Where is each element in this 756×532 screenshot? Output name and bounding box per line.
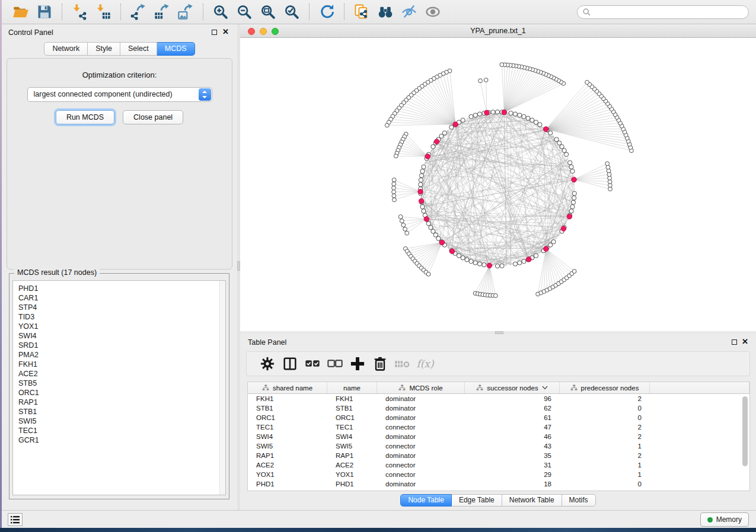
horizontal-splitter-handle[interactable] <box>495 331 503 334</box>
column-header-MCDS-role[interactable]: MCDS role <box>377 382 465 393</box>
settings-gear-icon[interactable] <box>259 356 276 371</box>
column-layout-icon[interactable] <box>281 356 299 371</box>
table-row[interactable]: PHD1PHD1dominator180 <box>248 479 749 489</box>
list-item[interactable]: STB5 <box>18 379 225 388</box>
vertical-splitter-handle[interactable] <box>237 261 240 271</box>
list-item[interactable]: YOX1 <box>18 322 225 331</box>
export-table-icon[interactable] <box>153 3 171 21</box>
list-item[interactable]: GCR1 <box>18 435 225 445</box>
mcds-panel: Optimization criterion: largest connecte… <box>7 58 232 270</box>
optimization-criterion-label: Optimization criterion: <box>7 70 232 79</box>
tab-style[interactable]: Style <box>88 42 120 56</box>
table-panel-titlebar: Table Panel ✕ <box>240 334 756 350</box>
hide-selected-icon[interactable] <box>400 3 418 21</box>
list-item[interactable]: TID3 <box>18 312 225 322</box>
table-scrollbar-thumb[interactable] <box>742 396 748 466</box>
list-item[interactable]: SWI4 <box>18 331 225 341</box>
table-row[interactable]: STB1STB1dominator620 <box>248 403 749 413</box>
close-panel-button[interactable]: Close panel <box>123 110 183 124</box>
table-row[interactable]: RAP1RAP1dominator352 <box>248 451 749 460</box>
table-row[interactable]: ORC1ORC1dominator610 <box>248 413 749 422</box>
zoom-selected-icon[interactable] <box>283 3 301 21</box>
cell-predecessor_nodes: 1 <box>560 441 650 451</box>
open-icon[interactable] <box>12 3 30 21</box>
cell-name: RAP1 <box>327 451 377 460</box>
cell-successor_nodes: 35 <box>465 451 560 460</box>
zoom-in-icon[interactable] <box>212 3 229 21</box>
list-item[interactable]: FKH1 <box>18 360 225 369</box>
network-canvas[interactable] <box>240 38 756 331</box>
table-row[interactable]: SWI4SWI4dominator462 <box>248 432 749 441</box>
cell-mcds_role: dominator <box>377 479 465 489</box>
column-header-name[interactable]: name <box>327 382 377 393</box>
column-header-shared-name[interactable]: shared name <box>248 382 327 393</box>
list-item[interactable]: PMA2 <box>18 350 225 360</box>
cell-mcds_role: connector <box>377 441 465 451</box>
list-item[interactable]: STB1 <box>18 407 225 416</box>
toolbar-separator <box>120 4 121 20</box>
close-table-panel-icon[interactable]: ✕ <box>742 336 748 347</box>
delete-row-icon[interactable] <box>371 356 389 371</box>
tab-network-table[interactable]: Network Table <box>502 494 562 507</box>
column-header-successor-nodes[interactable]: successor nodes <box>465 382 560 393</box>
criterion-dropdown[interactable]: largest connected component (undirected) <box>27 87 212 102</box>
close-panel-icon[interactable]: ✕ <box>222 27 229 37</box>
list-item[interactable]: ORC1 <box>18 388 225 398</box>
save-icon[interactable] <box>36 3 53 21</box>
node-table[interactable]: shared namenameMCDS rolesuccessor nodesp… <box>247 382 750 491</box>
table-row[interactable]: ACE2ACE2connector311 <box>248 460 749 470</box>
import-network-icon[interactable] <box>71 3 88 21</box>
float-table-panel-icon[interactable] <box>732 339 737 345</box>
add-row-icon[interactable] <box>349 356 366 371</box>
export-image-icon[interactable] <box>177 3 194 21</box>
list-item[interactable]: TEC1 <box>18 426 225 435</box>
tab-motifs[interactable]: Motifs <box>562 494 596 507</box>
float-window-icon[interactable] <box>212 30 217 35</box>
find-binoculars-icon[interactable] <box>377 3 394 21</box>
export-network-icon[interactable] <box>129 3 147 21</box>
cell-name: TEC1 <box>327 422 377 432</box>
deselect-all-icon[interactable] <box>326 356 344 371</box>
memory-button[interactable]: Memory <box>700 512 749 527</box>
run-mcds-button[interactable]: Run MCDS <box>56 110 114 124</box>
table-row[interactable]: YOX1YOX1connector291 <box>248 470 749 479</box>
tab-mcds[interactable]: MCDS <box>157 42 195 56</box>
show-all-icon[interactable] <box>424 3 442 21</box>
main-toolbar <box>2 0 756 24</box>
table-row[interactable]: FKH1FKH1dominator962 <box>248 394 749 403</box>
horizontal-splitter[interactable] <box>240 331 756 334</box>
list-item[interactable]: SRD1 <box>18 341 225 350</box>
search-box[interactable] <box>577 5 749 19</box>
tab-network[interactable]: Network <box>44 42 88 56</box>
table-row[interactable]: SWI5SWI5connector431 <box>248 441 749 451</box>
list-item[interactable]: CAR1 <box>18 293 225 303</box>
zoom-out-icon[interactable] <box>235 3 253 21</box>
vertical-splitter[interactable] <box>237 24 240 510</box>
list-item[interactable]: ACE2 <box>18 369 225 379</box>
list-item[interactable]: SWI5 <box>18 416 225 426</box>
refresh-icon[interactable] <box>318 3 336 21</box>
import-table-icon[interactable] <box>94 3 112 21</box>
network-graph[interactable] <box>240 38 756 331</box>
network-window-titlebar[interactable]: YPA_prune.txt_1 <box>240 24 756 38</box>
tab-edge-table[interactable]: Edge Table <box>452 494 502 507</box>
select-all-icon[interactable] <box>304 356 321 371</box>
task-history-button[interactable] <box>8 513 23 526</box>
table-scrollbar[interactable] <box>742 395 748 489</box>
share-document-icon[interactable] <box>353 3 371 21</box>
control-panel-tabs: NetworkStyleSelectMCDS <box>2 42 237 56</box>
mcds-result-list[interactable]: PHD1CAR1STP4TID3YOX1SWI4SRD1PMA2FKH1ACE2… <box>12 280 226 495</box>
tab-select[interactable]: Select <box>120 42 157 56</box>
tab-node-table[interactable]: Node Table <box>400 494 452 507</box>
cell-successor_nodes: 46 <box>465 432 560 441</box>
desktop-background-bottom <box>0 528 756 532</box>
zoom-fit-icon[interactable] <box>259 3 277 21</box>
list-item[interactable]: RAP1 <box>18 398 225 407</box>
cell-mcds_role: dominator <box>377 451 465 460</box>
search-input[interactable] <box>591 8 744 17</box>
table-row[interactable]: TEC1TEC1connector472 <box>248 422 749 432</box>
list-item[interactable]: PHD1 <box>18 284 225 293</box>
column-header-predecessor-nodes[interactable]: predecessor nodes <box>560 382 650 393</box>
list-item[interactable]: STP4 <box>18 303 225 312</box>
result-list-scrollbar[interactable] <box>219 281 225 495</box>
